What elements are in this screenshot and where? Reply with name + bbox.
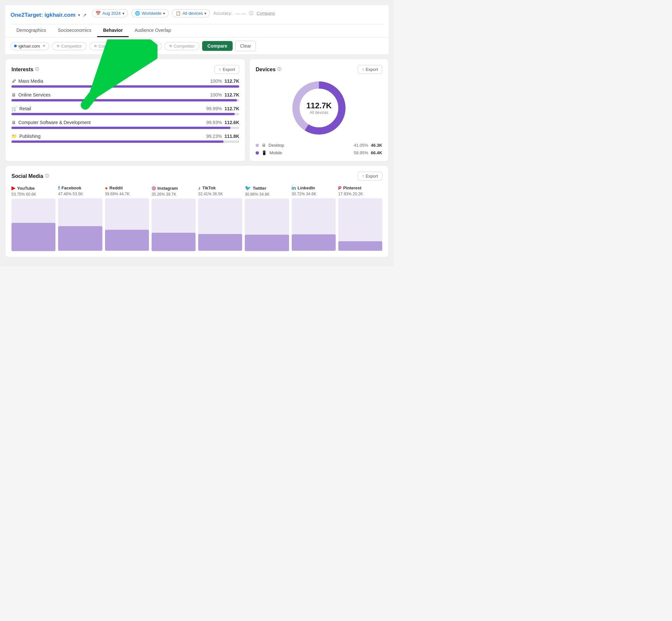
interest-count-3: 112.6K [224,120,239,125]
youtube-icon: ▶ [11,185,15,191]
instagram-pct: 35.26% [152,192,165,197]
instagram-icon: ◎ [152,185,156,191]
location-dropdown-icon: ▾ [163,11,165,16]
instagram-name: Instagram [158,186,178,191]
device-filter[interactable]: 📋 All devices ▾ [172,9,210,17]
tiktok-icon: ♪ [198,185,201,191]
globe-icon: 🌐 [135,11,140,16]
twitter-count: 34.8K [259,192,269,197]
desktop-dot [256,144,259,147]
facebook-icon: f [58,185,60,191]
nav-tabs: Demographics Socioeconomics Behavior Aud… [10,24,383,37]
devices-export-button[interactable]: ↑ Export [358,65,382,74]
device-dropdown-icon: ▾ [204,11,206,16]
main-site-tag[interactable]: igkhair.com ✕ [10,42,49,50]
competitor-label-1: Competitor [61,44,82,49]
date-dropdown-icon: ▾ [122,11,124,16]
linkedin-pct: 30.72% [292,192,305,196]
social-media-export-button[interactable]: ↑ Export [358,172,382,180]
interest-name-2: Retail [19,106,31,111]
tab-behavior[interactable]: Behavior [97,24,129,37]
platform-pinterest: P Pinterest 17.93% 20.2K [338,185,382,251]
pinterest-count: 20.2K [353,192,363,196]
instagram-count: 39.7K [166,192,176,197]
interests-list: 🗞 Mass Media 100% 112.7K [11,78,239,143]
interests-info-icon[interactable]: ⓘ [35,67,39,72]
facebook-bar [58,226,102,251]
interest-count-1: 112.7K [224,92,239,97]
social-media-card: Social Media ⓘ ↑ Export ▶ YouTube 53.75% [5,165,388,257]
competitor-tag-3[interactable]: Competitor [127,42,162,50]
linkedin-count: 34.6K [306,192,316,196]
site-dropdown-icon[interactable]: ▾ [78,13,80,17]
instagram-bar [152,233,196,251]
tab-audience-overlap[interactable]: Audience Overlap [129,24,177,37]
comparison-bar: igkhair.com ✕ Competitor Competitor Comp… [5,37,388,55]
interest-bar-4 [11,140,223,143]
platform-facebook: f Facebook 47.46% 53.5K [58,185,102,251]
interests-title: Interests [11,67,34,73]
accuracy-label: Accuracy: [213,11,232,16]
company-label[interactable]: Company [257,11,275,16]
interest-pct-3: 99.93% [206,120,222,125]
platform-reddit: ● Reddit 39.69% 44.7K [105,185,149,251]
clear-button[interactable]: Clear [235,41,256,51]
interest-row-3: 🖥 Computer Software & Development 99.93%… [11,120,239,129]
main-site-label: igkhair.com [18,44,40,49]
interest-bar-2 [11,113,235,115]
platform-tiktok: ♪ TikTok 32.41% 36.5K [198,185,242,251]
devices-export-icon: ↑ [362,67,364,72]
competitor-tag-4[interactable]: Competitor [164,42,200,50]
interest-icon-4: 📁 [11,134,17,139]
social-platforms: ▶ YouTube 53.75% 60.6K f Facebook [11,185,382,251]
interest-pct-2: 99.99% [206,106,222,111]
interest-pct-1: 100% [210,92,222,97]
devices-title: Devices [256,67,276,73]
youtube-name: YouTube [17,186,35,191]
reddit-bar-container [105,198,149,251]
interest-bar-0 [11,85,239,88]
external-link-icon[interactable]: ↗ [83,12,87,18]
devices-info-icon[interactable]: ⓘ [277,67,281,72]
interest-row-4: 📁 Publishing 99.23% 111.8K [11,134,239,143]
competitor-tag-2[interactable]: Competitor [89,42,124,50]
facebook-pct: 47.46% [58,192,72,196]
desktop-name: Desktop [268,143,351,148]
interest-bar-1 [11,99,237,101]
instagram-bar-container [152,199,196,251]
donut-center: 112.7K All devices [306,101,331,115]
youtube-pct: 53.75% [11,192,25,197]
tab-demographics[interactable]: Demographics [10,24,52,37]
main-site-close[interactable]: ✕ [42,44,46,48]
interest-name-3: Computer Software & Development [18,120,91,125]
social-export-icon: ↑ [362,174,364,178]
platform-youtube: ▶ YouTube 53.75% 60.6K [11,185,55,251]
devices-card: Devices ⓘ ↑ Export [249,59,388,162]
twitter-bar [245,235,289,251]
competitor-dot-3 [132,45,134,47]
interest-icon-3: 🖥 [11,120,16,125]
info-icon-accuracy: ⓘ [249,10,253,16]
competitor-dot-4 [169,45,172,47]
tiktok-bar [198,234,242,251]
social-media-info-icon[interactable]: ⓘ [45,173,49,179]
competitor-label-3: Competitor [136,44,157,49]
tab-socioeconomics[interactable]: Socioeconomics [52,24,97,37]
competitor-label-4: Competitor [174,44,195,49]
desktop-count: 46.3K [371,143,382,148]
location-label: Worldwide [142,11,161,16]
location-filter[interactable]: 🌐 Worldwide ▾ [131,9,169,17]
interest-name-1: Online Services [18,92,50,97]
mobile-icon: 📱 [261,150,267,155]
youtube-bar-container [11,199,55,251]
interest-row-0: 🗞 Mass Media 100% 112.7K [11,78,239,88]
competitor-dot-2 [94,45,97,47]
date-filter[interactable]: 📅 Aug 2024 ▾ [92,9,128,17]
interests-card: Interests ⓘ ↑ Export 🗞 Mass M [5,59,245,162]
linkedin-bar-container [292,198,336,251]
compare-button[interactable]: Compare [202,41,233,51]
calendar-icon: 📅 [95,11,101,16]
social-media-title: Social Media [11,173,43,179]
competitor-tag-1[interactable]: Competitor [52,42,87,50]
interests-export-button[interactable]: ↑ Export [215,65,239,74]
